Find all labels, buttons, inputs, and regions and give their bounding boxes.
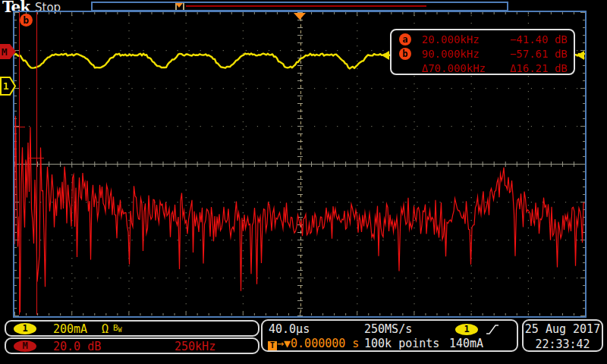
ch1-marker-digit: 1: [3, 80, 9, 92]
cursor-delta-badge: [399, 62, 411, 74]
trigger-arrow-icon: →: [277, 337, 284, 350]
record-math-extent-line: [186, 5, 426, 7]
cursor-b-badge: b: [399, 48, 411, 60]
math-vertical-scale: 20.0 dB: [53, 340, 101, 353]
channel1-reference-marker: 1: [0, 77, 17, 96]
time-label: 22:33:42: [524, 337, 602, 351]
rising-edge-icon: [486, 324, 499, 336]
channel1-readout-bar: 1 200mA Ω BW: [5, 320, 259, 337]
trigger-t-icon: T: [268, 341, 277, 350]
math-readout-bar: M 20.0 dB 250kHz: [5, 337, 259, 354]
impedance-icon: Ω: [102, 322, 109, 336]
trigger-marker-icon: ▼: [284, 337, 291, 350]
trigger-delay-value: 0.000000 s: [291, 337, 359, 350]
oscilloscope-screen: Tek Stop b M 1 a 20.000kHz −41.40 dB b 9…: [0, 0, 607, 364]
cursor-readout-box: a 20.000kHz −41.40 dB b 90.000kHz −57.61…: [390, 29, 575, 75]
sample-rate: 250MS/s: [364, 322, 412, 336]
trigger-level-value: 140mA: [449, 337, 483, 350]
record-length: 100k points: [364, 337, 439, 350]
cursor-delta-level: Δ16.21 dB: [510, 62, 568, 74]
cursor-b-row: b 90.000kHz −57.61 dB: [399, 46, 568, 61]
trace-continues-arrow-icon: [382, 51, 389, 60]
cursor-b-label: b: [20, 14, 33, 27]
cursor-delta-row: Δ70.000kHz Δ16.21 dB: [399, 61, 568, 75]
math-marker-letter: M: [2, 46, 8, 58]
record-trigger-icon: [175, 3, 183, 8]
time-per-div: 40.0µs: [269, 322, 310, 336]
cursor-a-frequency: 20.000kHz: [422, 33, 480, 46]
cursor-a-badge: a: [399, 33, 411, 46]
channel1-badge: 1: [14, 323, 36, 334]
channel1-scale: 200mA: [53, 322, 87, 336]
cursor-a-level: −41.40 dB: [510, 33, 568, 46]
cursor-b-level: −57.61 dB: [510, 48, 568, 60]
bandwidth-limit-icon: BW: [113, 323, 121, 334]
trigger-delay-group: T→▼0.000000 s: [268, 337, 359, 350]
math-reference-marker: M: [0, 44, 17, 60]
datetime-box: 25 Aug 2017 22:33:42: [522, 319, 603, 352]
cursor-delta-frequency: Δ70.000kHz: [422, 62, 486, 74]
horizontal-trigger-readout-bar: 40.0µs 250MS/s 1 T→▼0.000000 s 100k poin…: [261, 319, 518, 352]
math-badge: M: [14, 340, 36, 352]
record-bracket-right: [183, 3, 184, 10]
cursor-b-frequency: 90.000kHz: [422, 48, 480, 60]
math-horizontal-scale: 250kHz: [175, 340, 215, 353]
date-label: 25 Aug 2017: [524, 322, 602, 336]
trigger-position-icon: [294, 13, 306, 20]
cursor-a-row: a 20.000kHz −41.40 dB: [399, 32, 568, 46]
trigger-level-arrow-icon: [577, 51, 584, 60]
trigger-source-badge: 1: [455, 324, 478, 335]
